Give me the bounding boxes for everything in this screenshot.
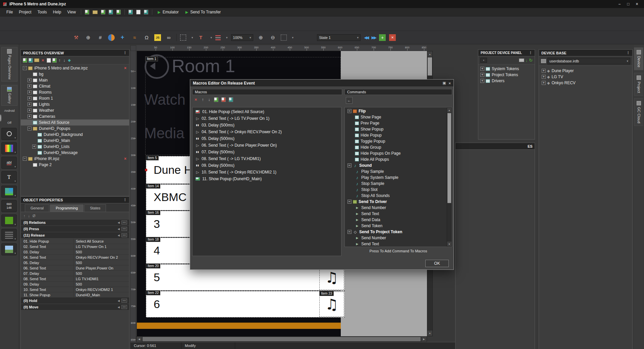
chevron-down-icon[interactable]: ▾ bbox=[226, 36, 228, 39]
database-combo[interactable]: userdatabase.irdb ▾ bbox=[547, 58, 630, 64]
maximize-button[interactable]: □ bbox=[624, 2, 633, 6]
macro-up-icon[interactable]: ↑ bbox=[202, 97, 204, 102]
download-icon[interactable]: ↓ bbox=[526, 58, 528, 63]
device-item[interactable]: +◆Onkyo RECV bbox=[539, 80, 632, 86]
text-item-tool[interactable]: T▾ bbox=[1, 171, 17, 183]
event-group-header[interactable]: (0) Press◀··· bbox=[21, 226, 129, 232]
commands-scrollbar[interactable]: ▲ ▼ bbox=[447, 107, 452, 247]
macro-item[interactable]: 01. Hide Popup (Select All Source) bbox=[193, 108, 341, 115]
page-subtitle-media[interactable]: Media bbox=[144, 125, 184, 142]
command-tree-item[interactable]: −♪Sound bbox=[345, 162, 446, 168]
event-group-header[interactable]: (0) Relations◀··· bbox=[21, 219, 129, 226]
macro-item[interactable]: ▮▮07. Delay (500ms) bbox=[193, 149, 341, 155]
scroll-up-icon[interactable]: ▲ bbox=[427, 51, 432, 57]
omega-icon[interactable]: Ω bbox=[142, 33, 151, 42]
more-icon[interactable]: ··· bbox=[121, 233, 127, 237]
add-macro-icon[interactable] bbox=[214, 97, 218, 102]
move-tool-icon[interactable]: + bbox=[118, 33, 127, 42]
import-page-icon[interactable] bbox=[29, 58, 33, 63]
macro-item[interactable]: ▮▮09. Delay (500ms) bbox=[193, 162, 341, 169]
command-tree-item[interactable]: ♪Play System Sample bbox=[345, 174, 446, 181]
tree-item[interactable]: −iPhone IR.irpz× bbox=[21, 156, 129, 162]
panel-menu-icon[interactable]: ⋮ bbox=[529, 51, 532, 55]
keyboard-icon[interactable] bbox=[519, 58, 524, 62]
tree-item[interactable]: bg bbox=[21, 71, 129, 77]
commands-scroll-thumb[interactable] bbox=[447, 113, 451, 203]
command-tree-item[interactable]: ♪Stop Slot bbox=[345, 187, 446, 193]
copy-icon[interactable] bbox=[47, 58, 51, 63]
expand-icon[interactable]: + bbox=[28, 84, 32, 88]
scroll-down-icon[interactable]: ▼ bbox=[447, 242, 451, 246]
chevron-down-icon[interactable]: ▾ bbox=[192, 36, 193, 39]
page-bottom-bar[interactable] bbox=[137, 322, 341, 329]
command-tree-item[interactable]: ▶Send Number bbox=[345, 235, 446, 241]
macro-item[interactable]: ▮▮03. Delay (500ms) bbox=[193, 122, 341, 129]
link-icon[interactable]: ∞ bbox=[164, 33, 173, 42]
remove-macro-icon[interactable] bbox=[221, 97, 226, 102]
clear-icon[interactable]: Ø bbox=[33, 214, 36, 218]
command-row[interactable]: 09. Delay500 bbox=[21, 282, 129, 287]
android-emulator-button[interactable]: Android bbox=[0, 109, 19, 112]
expand-icon[interactable]: + bbox=[28, 78, 32, 82]
export-macro-icon[interactable] bbox=[229, 97, 233, 102]
collapse-icon[interactable]: − bbox=[347, 200, 352, 204]
off-toggle[interactable]: Off bbox=[0, 115, 19, 124]
color-item-tool[interactable]: ▾ bbox=[1, 142, 17, 154]
command-tree-item[interactable]: Hide Popups On Page bbox=[345, 150, 446, 156]
export-icon[interactable] bbox=[116, 10, 121, 14]
command-tree-item[interactable]: ♪Stop Sample bbox=[345, 181, 446, 187]
macro-item[interactable]: ▷06. Send Text ( -> Dune Player.Power On… bbox=[193, 142, 341, 149]
label-item-tool[interactable]: abl▾ bbox=[1, 157, 17, 169]
tree-item[interactable]: +DuneHD_Lists bbox=[21, 144, 129, 150]
command-row[interactable]: 07. Delay500 bbox=[21, 271, 129, 276]
expand-icon[interactable]: + bbox=[542, 75, 546, 79]
command-row[interactable]: 10. Send TextOnkyo RECV.HDMI2 1 bbox=[21, 287, 129, 292]
command-row[interactable]: 08. Send TextLG TV.HDMI1 bbox=[21, 276, 129, 282]
expand-icon[interactable]: + bbox=[542, 81, 546, 85]
delete-icon[interactable]: × bbox=[42, 58, 44, 63]
more-icon[interactable]: ··· bbox=[121, 220, 127, 225]
tree-item[interactable]: +Cameras bbox=[21, 113, 129, 119]
grid-icon[interactable]: # bbox=[96, 33, 105, 42]
import-icon[interactable] bbox=[128, 10, 133, 14]
emulator-button[interactable]: ▶ Emulator bbox=[154, 10, 182, 14]
expand-icon[interactable]: + bbox=[32, 145, 36, 149]
collapse-icon[interactable]: − bbox=[23, 66, 27, 70]
command-row[interactable]: 02. Send TextLG TV.Power On 1 bbox=[21, 244, 129, 249]
tab-general[interactable]: General bbox=[25, 204, 49, 212]
tree-item[interactable]: +Rooms bbox=[21, 89, 129, 95]
tree-item[interactable]: +Weather bbox=[21, 107, 129, 113]
list-item-tool[interactable]: ▾ bbox=[1, 229, 17, 241]
expand-icon[interactable]: + bbox=[28, 114, 32, 118]
align-tool-icon[interactable] bbox=[215, 35, 221, 40]
tab-gc-cloud[interactable]: GC Cloud bbox=[634, 98, 643, 126]
close-button[interactable]: × bbox=[633, 2, 641, 6]
prev-state-icon[interactable]: ◀◀ bbox=[364, 35, 368, 40]
collapse-left-icon[interactable]: ◀ bbox=[118, 234, 120, 237]
command-tree-item[interactable]: Show Popup bbox=[345, 126, 446, 132]
settings-gears-icon[interactable]: ⊕ bbox=[84, 33, 93, 42]
expand-icon[interactable]: + bbox=[28, 90, 32, 94]
send-to-transfer-button[interactable]: ▶ Send To Transfer bbox=[182, 10, 224, 14]
tree-item[interactable]: DuneHD_Message bbox=[21, 150, 129, 156]
open-project-icon[interactable] bbox=[34, 58, 39, 62]
tree-item[interactable]: −DuneHD_Popups bbox=[21, 126, 129, 132]
command-tree-item[interactable]: ▶Send Number bbox=[345, 205, 446, 211]
delete-macro-icon[interactable]: × bbox=[195, 97, 197, 102]
token-icon[interactable]: ◆ bbox=[68, 58, 71, 62]
collapse-left-icon[interactable]: ◀ bbox=[118, 221, 120, 224]
command-tree-item[interactable]: Hide Popup bbox=[345, 132, 446, 138]
macro-item[interactable]: ▮▮05. Delay (500ms) bbox=[193, 135, 341, 142]
delete-state-icon[interactable]: × bbox=[389, 34, 396, 41]
add-state-icon[interactable]: + bbox=[379, 34, 386, 41]
more-icon[interactable]: ··· bbox=[121, 299, 127, 303]
zoom-in-icon[interactable]: ⊕ bbox=[257, 33, 265, 42]
tree-item[interactable]: +Climat bbox=[21, 83, 129, 89]
dialog-title-bar[interactable]: Macros Editor On Release Event ▣ × bbox=[190, 80, 453, 87]
panel-menu-icon[interactable]: ⋮ bbox=[626, 51, 630, 55]
tab-pages-overview[interactable]: Pages Overview bbox=[1, 47, 17, 82]
save-all-icon[interactable] bbox=[109, 10, 113, 14]
command-tree-item[interactable]: ♪Stop All Sounds bbox=[345, 193, 446, 199]
edit-tool-icon[interactable]: ⚒ bbox=[72, 33, 80, 42]
collapse-icon[interactable]: − bbox=[347, 163, 352, 167]
